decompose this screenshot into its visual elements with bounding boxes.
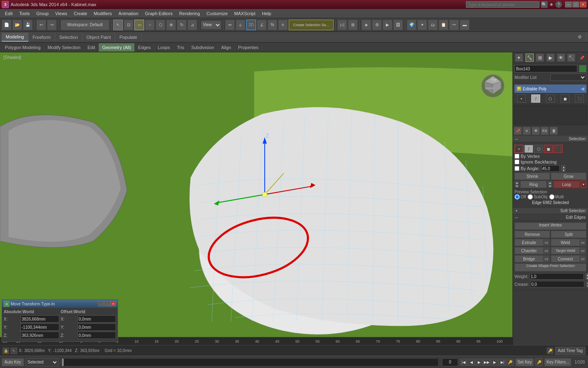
weight-up-arrow[interactable]: ▲ [586, 273, 588, 276]
time-display-input[interactable] [442, 358, 458, 366]
pct-snap-button[interactable]: % [267, 20, 277, 30]
select-button[interactable]: ↖ [113, 20, 123, 30]
tab-modeling[interactable]: Modeling [2, 33, 29, 42]
abs-x-input[interactable] [20, 315, 59, 323]
menu-maxscript[interactable]: MAXScript [231, 10, 259, 17]
menu-help[interactable]: Help [259, 10, 275, 17]
dope-sheet[interactable]: ▬ [460, 20, 470, 30]
view-select[interactable]: View [201, 20, 221, 29]
go-end-button[interactable]: ▶| [499, 359, 506, 366]
go-start-button[interactable]: |◀ [460, 359, 467, 366]
scale-button[interactable]: ⊿ [187, 20, 197, 30]
extrude-button[interactable]: Extrude [514, 239, 543, 246]
off-radio[interactable] [514, 194, 520, 200]
edge-icon[interactable]: / [531, 94, 540, 103]
play-button[interactable]: ▶ [475, 359, 483, 366]
extrude-arrow[interactable]: ▭ [543, 239, 550, 246]
keyframe-mode-button[interactable]: 🔑 [506, 359, 514, 366]
undo-button[interactable]: ↩ [36, 20, 46, 30]
modify-tab-icon[interactable]: 🔧 [526, 54, 534, 62]
lock-icon[interactable]: 🔒 [2, 348, 9, 354]
new-button[interactable]: 📄 [2, 20, 11, 30]
target-weld-button[interactable]: Target Weld [551, 247, 580, 254]
menu-create[interactable]: Create [70, 10, 90, 17]
weld-arrow[interactable]: ▭ [580, 239, 586, 246]
mirror-button[interactable]: ⇔ [225, 20, 235, 30]
search-icon[interactable]: 🔍 [541, 1, 548, 8]
off-x-input[interactable] [78, 315, 116, 323]
set-key-icon[interactable]: 🔑 [535, 358, 543, 366]
menu-group[interactable]: Group [33, 10, 52, 17]
workspace-selector[interactable]: Workspace: Default [60, 20, 109, 30]
angle-snap-button[interactable]: ∠ [257, 20, 267, 30]
crease-up-arrow[interactable]: ▲ [586, 281, 588, 284]
pin-icon[interactable]: 📌 [578, 54, 586, 62]
editable-poly-item[interactable]: 💡 Editable Poly ◀ [514, 85, 586, 93]
rect-region-button[interactable]: ▭ [134, 20, 144, 30]
tab-selection[interactable]: Selection [55, 33, 82, 42]
modifier-lightbulb-icon[interactable]: 💡 [517, 86, 521, 91]
align-button[interactable]: ⫝ [236, 20, 245, 30]
schematic-view[interactable]: ⊞ [348, 20, 358, 30]
time-slider-bar[interactable] [62, 358, 439, 366]
play-all-button[interactable]: ▶▶ [483, 359, 490, 366]
loop-arrow-up[interactable]: ▲ [548, 181, 552, 184]
circle-region-button[interactable]: ○ [145, 20, 155, 30]
nav-cube[interactable]: TOP FRONT [480, 73, 506, 99]
off-z-input[interactable] [78, 332, 116, 339]
hierarchy-tab-icon[interactable]: ⊞ [536, 54, 544, 62]
soft-selection-header[interactable]: + Soft Selection [513, 208, 588, 214]
edit-edges-header[interactable]: – Edit Edges [513, 214, 588, 221]
by-angle-checkbox[interactable] [514, 166, 519, 171]
scene-xplorer[interactable]: 🗂 [428, 20, 438, 30]
object-color-swatch[interactable] [579, 65, 586, 72]
weld-button[interactable]: Weld [551, 239, 580, 246]
border-select-icon[interactable]: ⬡ [534, 145, 543, 153]
sub-subdivision[interactable]: Subdivision [188, 43, 218, 52]
menu-rendering[interactable]: Rendering [176, 10, 203, 17]
select-region-button[interactable]: ⊡ [124, 20, 134, 30]
menu-modifiers[interactable]: Modifiers [90, 10, 115, 17]
target-weld-arrow[interactable]: ▭ [580, 247, 586, 254]
tw-minimize[interactable]: ─ [98, 301, 104, 306]
off-radio-label[interactable]: Off [514, 194, 526, 200]
chamfer-arrow[interactable]: ▭ [543, 247, 550, 254]
weight-input[interactable] [530, 273, 584, 280]
sub-properties[interactable]: Properties [235, 43, 262, 52]
stack-show-icon[interactable]: 👁 [532, 127, 540, 135]
prev-frame-button[interactable]: ◀ [468, 359, 475, 366]
display-tab-icon[interactable]: 👁 [557, 54, 565, 62]
fence-region-button[interactable]: ⬡ [156, 20, 165, 30]
stack-list-icon[interactable]: ≡ [523, 127, 531, 135]
by-vertex-checkbox[interactable] [514, 154, 519, 159]
modifier-list-select[interactable] [550, 74, 586, 81]
object-name-input[interactable] [514, 65, 577, 72]
spinner-snap-button[interactable]: ≡ [278, 20, 288, 30]
tw-maximize[interactable]: □ [104, 301, 110, 306]
shrink-button[interactable]: Shrink [514, 173, 550, 180]
subobj-radio[interactable] [528, 194, 533, 200]
key-filters-button[interactable]: Key Filters... [544, 358, 571, 366]
maximize-button[interactable]: □ [572, 2, 579, 7]
named-selections[interactable]: ▷| [337, 20, 347, 30]
by-angle-spinner-up[interactable]: ▲ ▼ [561, 165, 566, 172]
crease-input[interactable] [530, 281, 584, 287]
menu-graph-editors[interactable]: Graph Editors [142, 10, 176, 17]
by-angle-input[interactable] [541, 165, 560, 172]
set-key-button[interactable]: Set Key [515, 358, 534, 366]
sub-tris[interactable]: Tris [174, 43, 188, 52]
next-frame-button[interactable]: ▶ [491, 359, 498, 366]
multi-radio-label[interactable]: Multi [549, 194, 564, 200]
layer-manager[interactable]: 📋 [439, 20, 448, 30]
close-button[interactable]: ✕ [580, 2, 586, 7]
menu-customize[interactable]: Customize [203, 10, 231, 17]
bridge-arrow[interactable]: ▭ [543, 255, 550, 263]
polygon-select-icon[interactable]: ◼ [544, 145, 553, 153]
element-select-icon[interactable]: ⬛ [554, 145, 563, 153]
sub-edges[interactable]: Edges [135, 43, 154, 52]
create-tab-icon[interactable]: ✦ [515, 54, 523, 62]
sub-geometry-all[interactable]: Geometry (All) [99, 43, 135, 52]
curve-editor[interactable]: 〜 [449, 20, 459, 30]
effects-button[interactable]: ✦ [417, 20, 427, 30]
abs-y-input[interactable] [20, 323, 59, 331]
